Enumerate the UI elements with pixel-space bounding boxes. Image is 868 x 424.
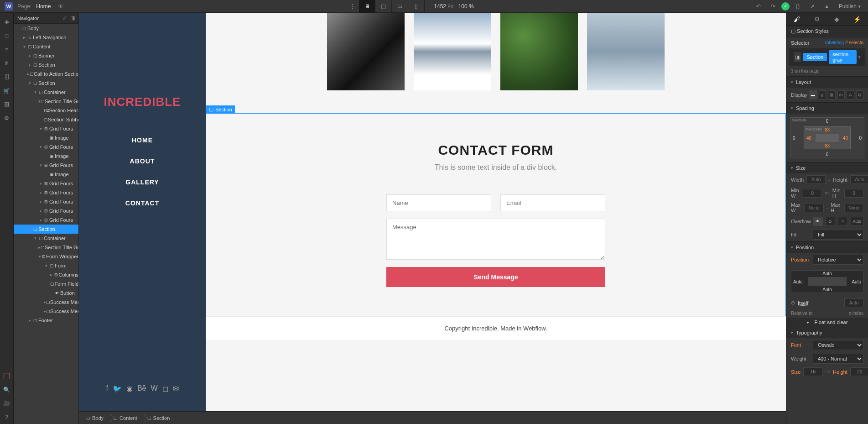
overflow-auto-button[interactable]: Auto bbox=[851, 217, 864, 226]
site-menu-item[interactable]: HOME bbox=[132, 136, 153, 144]
nav-tree-item[interactable]: ▸⊞ Grid Fours bbox=[14, 188, 78, 197]
instagram-icon[interactable]: ◻ bbox=[162, 384, 168, 393]
nav-tree-item[interactable]: ▣ Image bbox=[14, 133, 78, 142]
site-logo[interactable]: INCREDIBLE bbox=[104, 95, 181, 109]
nav-tree-item[interactable]: ▾▢ Container bbox=[14, 234, 78, 243]
chevron-down-icon[interactable]: ▾ bbox=[858, 55, 861, 59]
nav-tree-item[interactable]: ▾▢ Content bbox=[14, 42, 78, 51]
nav-tree-item[interactable]: ▾⊡ Form Wrapper bbox=[14, 252, 78, 261]
nav-tree-item[interactable]: ▸▢ Banner bbox=[14, 51, 78, 60]
nav-tree-item[interactable]: ▣ Image bbox=[14, 170, 78, 179]
nav-tree-item[interactable]: ▸⊞ Grid Fours bbox=[14, 206, 78, 215]
nav-tree-item[interactable]: ▾⊞ Grid Fours bbox=[14, 161, 78, 170]
nav-tree-item[interactable]: ▾⊞ Grid Fours bbox=[14, 124, 78, 133]
redo-icon[interactable]: ↷ bbox=[767, 0, 780, 13]
font-select[interactable]: Oswald bbox=[813, 340, 863, 350]
minw-input[interactable] bbox=[803, 189, 822, 198]
nav-tree-item[interactable]: H2 Section Heading bbox=[14, 106, 78, 115]
export-icon[interactable]: ↗ bbox=[806, 0, 819, 13]
nav-tree-item[interactable]: ▾▢ Section bbox=[14, 225, 78, 234]
canvas[interactable]: INCREDIBLE HOMEABOUTGALLERYCONTACT f 🐦 ◉… bbox=[79, 13, 786, 411]
contact-heading[interactable]: CONTACT FORM bbox=[224, 142, 767, 158]
page-name[interactable]: Home bbox=[36, 3, 51, 10]
undo-icon[interactable]: ↶ bbox=[752, 0, 765, 13]
device-tablet-landscape-icon[interactable]: ▭ bbox=[392, 0, 408, 13]
maxw-input[interactable] bbox=[805, 204, 824, 212]
lineheight-input[interactable] bbox=[850, 367, 868, 376]
overflow-visible-icon[interactable]: 👁 bbox=[813, 217, 823, 226]
preview-eye-icon[interactable]: 👁 bbox=[58, 3, 63, 10]
more-icon[interactable]: ⋮ bbox=[346, 0, 359, 13]
panel-toggle-icon[interactable]: ◨ bbox=[70, 15, 75, 21]
video-icon[interactable]: 🎥 bbox=[0, 397, 14, 410]
collapse-icon[interactable]: ⤢ bbox=[62, 15, 67, 21]
layout-accordion[interactable]: Layout bbox=[786, 76, 868, 88]
breadcrumb-item[interactable]: ▢ Content bbox=[110, 412, 144, 424]
display-inline-icon[interactable]: A bbox=[847, 90, 854, 99]
interactions-tab-icon[interactable]: ⚡ bbox=[853, 16, 861, 23]
twitter-icon[interactable]: 🐦 bbox=[113, 384, 122, 393]
gallery-image[interactable] bbox=[414, 13, 491, 90]
float-clear-toggle[interactable]: ▸Float and clear bbox=[786, 318, 868, 327]
navigator-tree[interactable]: ▢ Body▸⌂ Left Navigation▾▢ Content▸▢ Ban… bbox=[14, 24, 78, 424]
position-accordion[interactable]: Position bbox=[786, 241, 868, 253]
device-desktop-icon[interactable]: 🖥 bbox=[359, 0, 375, 13]
style-tab-icon[interactable]: 🖌 bbox=[794, 16, 800, 23]
selector-state-icon[interactable]: ◨ bbox=[794, 52, 801, 62]
breadcrumb-item[interactable]: ▢ Section bbox=[144, 412, 177, 424]
nav-tree-item[interactable]: ▾▢ Form bbox=[14, 261, 78, 270]
selector-tags[interactable]: ◨ Section section-gray ▾ bbox=[789, 48, 865, 66]
cms-icon[interactable]: 🗄 bbox=[0, 70, 14, 84]
nav-tree-item[interactable]: ▾▢ Section Title Group bbox=[14, 97, 78, 106]
display-flex-icon[interactable]: ⫼ bbox=[819, 90, 826, 99]
facebook-icon[interactable]: f bbox=[106, 384, 108, 393]
breadcrumb-item[interactable]: ▢ Body bbox=[83, 412, 110, 424]
device-tablet-icon[interactable]: ▢ bbox=[375, 0, 392, 13]
help-icon[interactable]: ? bbox=[0, 410, 14, 424]
email-icon[interactable]: ✉ bbox=[173, 384, 179, 393]
audit-square-icon[interactable] bbox=[0, 369, 14, 383]
nav-tree-item[interactable]: ▸⌂ Left Navigation bbox=[14, 33, 78, 42]
spacing-editor[interactable]: MARGIN PADDING 0 0 0 0 63 63 40 40 bbox=[790, 117, 864, 158]
typography-accordion[interactable]: Typography bbox=[786, 327, 868, 338]
webflow-logo-icon[interactable]: W bbox=[5, 2, 13, 10]
display-inlineblock-icon[interactable]: ▭ bbox=[837, 90, 845, 99]
nav-tree-item[interactable]: ▸⊞ Grid Fours bbox=[14, 179, 78, 188]
site-menu-item[interactable]: GALLERY bbox=[125, 178, 159, 186]
search-icon[interactable]: 🔍 bbox=[0, 383, 14, 397]
nav-tree-item[interactable]: ▸⊞ Grid Fours bbox=[14, 215, 78, 225]
fit-select[interactable]: Fill bbox=[813, 230, 863, 240]
width-input[interactable] bbox=[806, 175, 826, 184]
site-footer[interactable]: Copyright Incredible. Made in Webflow. bbox=[206, 316, 786, 340]
name-input[interactable] bbox=[386, 194, 491, 211]
height-input[interactable] bbox=[850, 175, 868, 184]
selector-tag[interactable]: Section bbox=[803, 53, 827, 61]
assets-icon[interactable]: 🖼 bbox=[0, 98, 14, 111]
audit-icon[interactable]: ▲ bbox=[821, 0, 833, 13]
minh-input[interactable] bbox=[844, 189, 863, 198]
gallery-image[interactable] bbox=[587, 13, 665, 90]
nav-tree-item[interactable]: ▸▢ Success Messag bbox=[14, 307, 78, 316]
overflow-scroll-icon[interactable]: ≡ bbox=[838, 217, 848, 226]
email-input[interactable] bbox=[500, 194, 605, 211]
selector-tag[interactable]: section-gray bbox=[829, 50, 857, 64]
inheriting-label[interactable]: Inheriting 2 selecto bbox=[825, 40, 863, 46]
display-grid-icon[interactable]: ⊞ bbox=[828, 90, 835, 99]
display-block-icon[interactable]: ▬ bbox=[809, 90, 816, 99]
nav-tree-item[interactable]: ☛ Button bbox=[14, 288, 78, 298]
display-none-icon[interactable]: ⊘ bbox=[856, 90, 863, 99]
nav-tree-item[interactable]: ▸⊞ Grid Fours bbox=[14, 197, 78, 206]
zindex-input[interactable] bbox=[844, 298, 863, 307]
nav-tree-item[interactable]: ▸▢ Section Title Group bbox=[14, 243, 78, 252]
message-textarea[interactable] bbox=[386, 219, 605, 260]
position-select[interactable]: Relative bbox=[813, 255, 863, 265]
position-offset-editor[interactable]: Auto Auto Auto Auto bbox=[791, 270, 863, 293]
device-mobile-icon[interactable]: ▯ bbox=[408, 0, 425, 13]
status-ok-icon[interactable]: ✓ bbox=[781, 2, 790, 10]
size-accordion[interactable]: Size bbox=[786, 162, 868, 173]
nav-tree-item[interactable]: ▾▢ Section bbox=[14, 79, 78, 88]
overflow-hidden-icon[interactable]: ⊘ bbox=[826, 217, 836, 226]
nav-tree-item[interactable]: ▸▢ Call to Action Section bbox=[14, 69, 78, 79]
nav-tree-item[interactable]: ▾⊞ Grid Fours bbox=[14, 142, 78, 152]
pages-icon[interactable]: 🗎 bbox=[0, 57, 14, 70]
